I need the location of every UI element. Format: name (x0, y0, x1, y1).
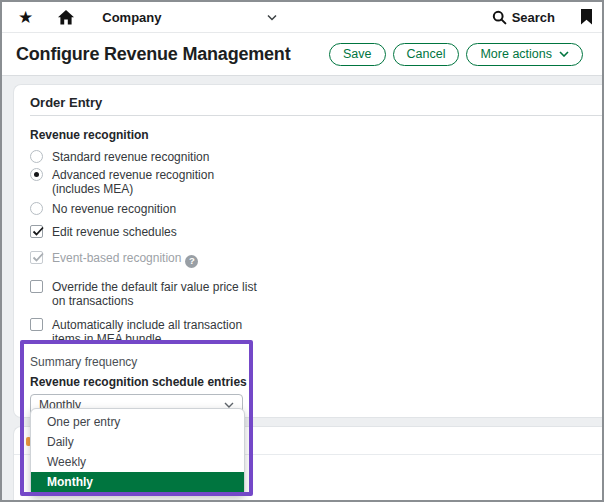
checkbox-label: Edit revenue schedules (52, 225, 177, 239)
section-divider (30, 115, 602, 116)
radio-label: Advanced revenue recognition (includes M… (52, 168, 214, 196)
home-icon[interactable] (57, 9, 75, 25)
app-window: ★ Company Search Configure Revenue Manag… (0, 0, 604, 502)
checkbox-label: Override the default fair value price li… (52, 280, 267, 308)
checkbox-unchecked-icon[interactable] (30, 318, 43, 331)
radio-standard-revenue[interactable]: Standard revenue recognition (30, 150, 586, 164)
dropdown-option-monthly-selected[interactable]: Monthly (31, 472, 244, 492)
checkbox-edit-revenue-schedules[interactable]: Edit revenue schedules (30, 225, 586, 239)
order-entry-card: Order Entry Revenue recognition Standard… (13, 84, 602, 418)
checkbox-event-based-recognition: Event-based recognition? (30, 251, 586, 268)
page-title: Configure Revenue Management (16, 44, 329, 65)
radio-icon[interactable] (30, 202, 43, 215)
chevron-down-icon (267, 14, 277, 21)
search-icon (492, 10, 507, 25)
chevron-down-icon (559, 51, 569, 57)
radio-no-revenue[interactable]: No revenue recognition (30, 202, 586, 216)
save-button[interactable]: Save (329, 43, 386, 66)
search-label: Search (512, 10, 555, 25)
content-area: Order Entry Revenue recognition Standard… (2, 76, 602, 500)
radio-label: No revenue recognition (52, 202, 176, 216)
action-buttons: Save Cancel More actions (329, 43, 583, 66)
checkbox-label: Automatically include all transaction it… (52, 318, 267, 346)
section-title: Order Entry (30, 96, 586, 109)
checkbox-checked-disabled-icon (30, 251, 43, 264)
summary-frequency-label: Summary frequency (30, 356, 586, 368)
radio-advanced-revenue[interactable]: Advanced revenue recognition (includes M… (30, 168, 586, 196)
revenue-recognition-label: Revenue recognition (30, 129, 586, 141)
schedule-entries-dropdown: One per entry Daily Weekly Monthly (30, 408, 245, 496)
company-label: Company (102, 10, 161, 25)
company-menu[interactable]: Company (102, 10, 277, 25)
bookmark-icon[interactable] (580, 9, 593, 25)
chevron-down-icon (224, 402, 234, 408)
schedule-entries-label: Revenue recognition schedule entries (30, 376, 586, 388)
radio-icon[interactable] (30, 150, 43, 163)
help-icon[interactable]: ? (185, 255, 198, 268)
top-nav: ★ Company Search (2, 2, 602, 33)
checkbox-override-fair-value[interactable]: Override the default fair value price li… (30, 280, 586, 308)
checkbox-label: Event-based recognition? (52, 251, 198, 268)
dropdown-option-one-per-entry[interactable]: One per entry (31, 412, 244, 432)
page-header: Configure Revenue Management Save Cancel… (2, 33, 602, 76)
checkbox-checked-icon[interactable] (30, 225, 43, 238)
more-actions-button[interactable]: More actions (466, 43, 583, 66)
dropdown-option-weekly[interactable]: Weekly (31, 452, 244, 472)
radio-label: Standard revenue recognition (52, 150, 209, 164)
checkbox-unchecked-icon[interactable] (30, 280, 43, 293)
more-actions-label: More actions (480, 47, 552, 61)
radio-selected-icon[interactable] (30, 168, 43, 181)
favorites-star-icon[interactable]: ★ (18, 9, 33, 26)
search-button[interactable]: Search (492, 10, 555, 25)
dropdown-option-daily[interactable]: Daily (31, 432, 244, 452)
cancel-button[interactable]: Cancel (393, 43, 460, 66)
checkbox-auto-include-mea[interactable]: Automatically include all transaction it… (30, 318, 586, 346)
